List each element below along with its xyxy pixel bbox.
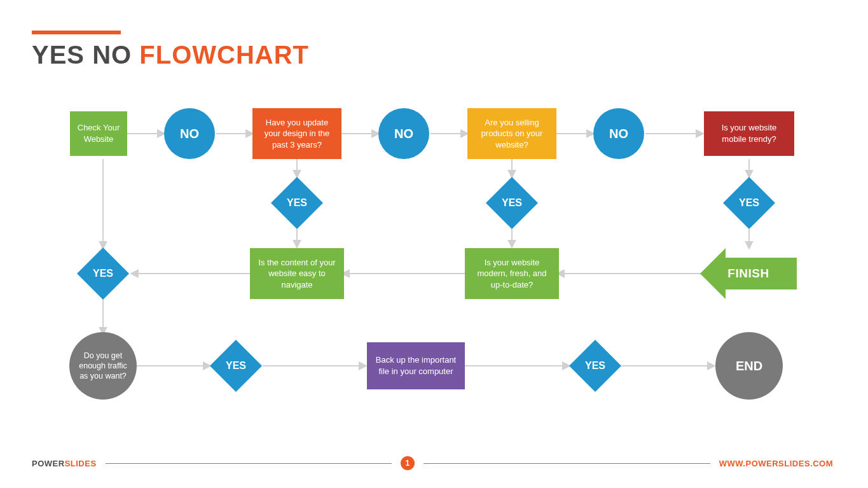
node-modern-fresh: Is your website modern, fresh, and up-to… — [465, 248, 559, 299]
yes-label: YES — [287, 197, 307, 209]
yes-label: YES — [739, 197, 759, 209]
node-easy-navigate: Is the content of your website easy to n… — [250, 248, 344, 299]
node-backup: Back up the important file in your compu… — [367, 342, 465, 389]
node-yes-traffic: YES — [210, 340, 262, 392]
node-yes-left: YES — [77, 247, 129, 300]
slide-title-block: YES NO FLOWCHART — [32, 31, 309, 69]
yes-label: YES — [93, 268, 113, 279]
node-end: END — [715, 332, 783, 400]
node-no-3: NO — [593, 108, 644, 159]
node-yes-mobile: YES — [723, 177, 775, 229]
node-no-1: NO — [164, 108, 215, 159]
footer-divider — [424, 463, 710, 464]
node-selling-products: Are you selling products on your website… — [467, 108, 556, 159]
node-yes-selling: YES — [486, 177, 538, 229]
node-finish: FINISH — [700, 248, 797, 299]
flowchart-canvas: Check Your Website NO Have you update yo… — [60, 108, 820, 414]
node-yes-backup: YES — [569, 340, 621, 392]
node-yes-update: YES — [271, 177, 323, 229]
footer-url: WWW.POWERSLIDES.COM — [719, 459, 833, 468]
node-check-website: Check Your Website — [70, 111, 127, 156]
page-number: 1 — [401, 456, 415, 470]
yes-label: YES — [226, 360, 246, 372]
brand-part2: SLIDES — [65, 459, 97, 468]
slide-title: YES NO FLOWCHART — [32, 41, 309, 69]
title-part1: YES NO — [32, 41, 139, 69]
finish-label: FINISH — [727, 267, 769, 281]
title-part2: FLOWCHART — [139, 41, 309, 69]
footer-divider — [106, 463, 392, 464]
yes-label: YES — [502, 197, 522, 209]
slide-footer: POWERSLIDES 1 WWW.POWERSLIDES.COM — [32, 456, 833, 470]
brand-part1: POWER — [32, 459, 65, 468]
footer-brand: POWERSLIDES — [32, 459, 97, 468]
node-update-design: Have you update your design in the past … — [252, 108, 341, 159]
yes-label: YES — [585, 360, 605, 372]
title-accent-bar — [32, 31, 121, 34]
node-no-2: NO — [378, 108, 429, 159]
node-mobile-trendy: Is your website mobile trendy? — [704, 111, 794, 156]
node-traffic: Do you get enough traffic as you want? — [69, 332, 137, 400]
